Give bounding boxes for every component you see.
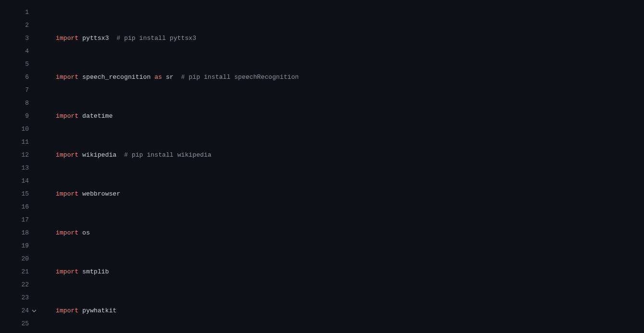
line-number: 17 [0, 213, 39, 226]
line-number: 10 [0, 123, 39, 136]
code-line[interactable]: import smtplib [56, 265, 644, 278]
line-number: 22 [0, 278, 39, 291]
code-area[interactable]: import pyttsx3 # pip install pyttsx3 imp… [39, 6, 644, 333]
code-line[interactable]: import speech_recognition as sr # pip in… [56, 71, 644, 84]
line-number: 3 [0, 32, 39, 45]
line-number: 4 [0, 45, 39, 58]
line-number: 8 [0, 97, 39, 110]
code-line[interactable]: import webbrowser [56, 187, 644, 200]
line-number: 23 [0, 291, 39, 304]
line-number: 20 [0, 252, 39, 265]
line-number: 7 [0, 84, 39, 97]
line-number: 19 [0, 239, 39, 252]
line-number: 13 [0, 161, 39, 174]
line-number: 24 [0, 304, 39, 317]
fold-toggle-icon[interactable] [30, 304, 38, 317]
line-number: 15 [0, 187, 39, 200]
line-number-gutter: 1 2 3 4 5 6 7 8 9 10 11 12 13 14 15 16 1… [0, 6, 39, 333]
line-number: 9 [0, 110, 39, 123]
line-number: 12 [0, 148, 39, 161]
line-number: 21 [0, 265, 39, 278]
line-number: 11 [0, 136, 39, 148]
line-number: 25 [0, 317, 39, 330]
line-number: 2 [0, 19, 39, 32]
code-line[interactable]: import pyttsx3 # pip install pyttsx3 [56, 32, 644, 45]
code-line[interactable]: import pywhatkit [56, 304, 644, 317]
code-line[interactable]: import os [56, 226, 644, 239]
line-number: 1 [0, 6, 39, 19]
line-number: 18 [0, 226, 39, 239]
code-editor[interactable]: 1 2 3 4 5 6 7 8 9 10 11 12 13 14 15 16 1… [0, 0, 644, 333]
line-number: 6 [0, 71, 39, 84]
line-number: 5 [0, 58, 39, 71]
code-line[interactable]: import datetime [56, 110, 644, 123]
line-number: 16 [0, 200, 39, 213]
code-line[interactable]: import wikipedia # pip install wikipedia [56, 148, 644, 161]
line-number: 14 [0, 174, 39, 187]
